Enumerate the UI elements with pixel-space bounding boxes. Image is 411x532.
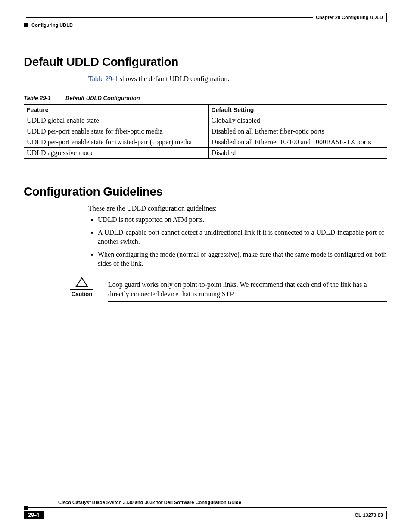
cell-feature: UDLD global enable state [24, 115, 209, 126]
doc-title: Cisco Catalyst Blade Switch 3130 and 303… [58, 500, 387, 505]
cell-feature: UDLD per-port enable state for fiber-opt… [24, 126, 209, 137]
list-item: When configuring the mode (normal or agg… [98, 250, 387, 268]
guidelines-list: UDLD is not supported on ATM ports. A UD… [88, 215, 387, 268]
cell-default: Globally disabled [209, 115, 387, 126]
svg-marker-0 [76, 278, 87, 286]
cell-default: Disabled [209, 148, 387, 159]
table-row: UDLD aggressive mode Disabled [24, 148, 387, 159]
header-block-icon [24, 23, 28, 27]
list-item: UDLD is not supported on ATM ports. [98, 215, 387, 224]
table-xref-link[interactable]: Table 29-1 [88, 75, 118, 82]
table-number: Table 29-1 [24, 95, 51, 101]
caution-block: Caution Loop guard works only on point-t… [67, 277, 387, 302]
page-footer: Cisco Catalyst Blade Switch 3130 and 303… [24, 500, 387, 519]
section-label: Configuring UDLD [31, 22, 73, 28]
table-row: UDLD per-port enable state for twisted-p… [24, 137, 387, 148]
heading-default-config: Default UDLD Configuration [24, 55, 387, 69]
config-table: Feature Default Setting UDLD global enab… [24, 104, 387, 159]
header-bar-icon [386, 13, 387, 22]
intro-text: shows the default UDLD configuration. [118, 75, 230, 82]
table-row: UDLD global enable state Globally disabl… [24, 115, 387, 126]
chapter-label: Chapter 29 Configuring UDLD [316, 15, 383, 20]
page-header: Chapter 29 Configuring UDLD Configuring … [24, 13, 387, 29]
caution-label: Caution [72, 291, 92, 297]
caution-icon [75, 277, 88, 287]
cell-default: Disabled on all Ethernet fiber-optic por… [209, 126, 387, 137]
cell-feature: UDLD per-port enable state for twisted-p… [24, 137, 209, 148]
doc-code: OL-13270-03 [355, 513, 383, 518]
caution-text: Loop guard works only on point-to-point … [108, 277, 387, 302]
heading-guidelines: Configuration Guidelines [24, 185, 387, 199]
cell-feature: UDLD aggressive mode [24, 148, 209, 159]
footer-block-icon [24, 506, 28, 510]
guidelines-intro: These are the UDLD configuration guideli… [88, 205, 387, 212]
footer-bar-icon [386, 511, 387, 519]
list-item: A UDLD-capable port cannot detect a unid… [98, 228, 387, 246]
table-row: UDLD per-port enable state for fiber-opt… [24, 126, 387, 137]
intro-paragraph: Table 29-1 shows the default UDLD config… [88, 75, 387, 83]
table-caption: Table 29-1Default UDLD Configuration [24, 95, 387, 101]
col-feature: Feature [24, 104, 209, 115]
page-number: 29-4 [24, 511, 44, 519]
table-title: Default UDLD Configuration [65, 95, 140, 101]
cell-default: Disabled on all Ethernet 10/100 and 1000… [209, 137, 387, 148]
col-default: Default Setting [209, 104, 387, 115]
